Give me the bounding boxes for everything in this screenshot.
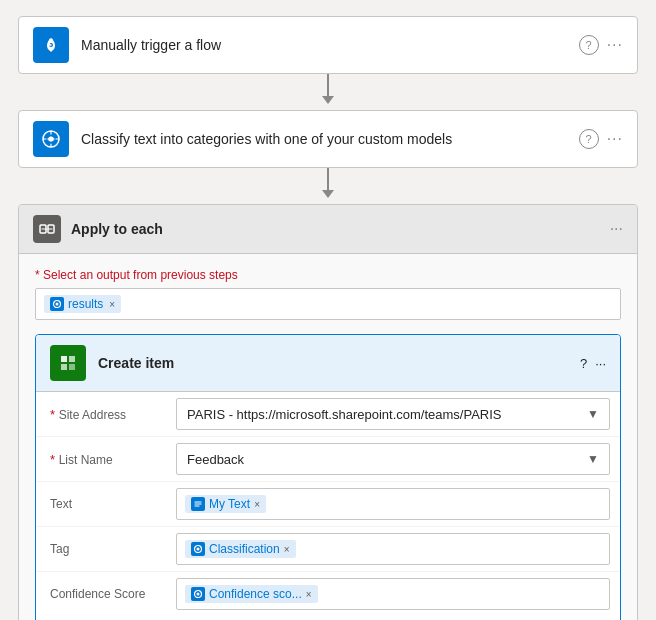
trigger-help-icon[interactable]: ? [579, 35, 599, 55]
site-address-text: PARIS - https://microsoft.sharepoint.com… [187, 407, 502, 422]
results-token-input[interactable]: results × [35, 288, 621, 320]
text-row: Text My Text × [36, 482, 620, 527]
confidence-token-text: Confidence sco... [209, 587, 302, 601]
results-token-icon [50, 297, 64, 311]
svg-point-12 [197, 548, 200, 551]
trigger-actions: ? ··· [579, 35, 623, 55]
arrow-line-1 [327, 74, 329, 96]
results-token: results × [44, 295, 121, 313]
confidence-value: Confidence sco... × [166, 572, 620, 616]
create-item-more-icon[interactable]: ··· [595, 356, 606, 371]
list-name-text: Feedback [187, 452, 244, 467]
list-name-chevron: ▼ [587, 452, 599, 466]
create-item-actions: ? ··· [580, 356, 606, 371]
trigger-more-icon[interactable]: ··· [607, 36, 623, 54]
select-output-label: * Select an output from previous steps [35, 268, 621, 282]
tag-token-icon [191, 542, 205, 556]
tag-value: Classification × [166, 527, 620, 571]
create-item-title: Create item [98, 355, 580, 371]
flow-canvas: Manually trigger a flow ? ··· Classify t… [16, 16, 640, 620]
tag-token-close[interactable]: × [284, 544, 290, 555]
text-token: My Text × [185, 495, 266, 513]
classify-help-icon[interactable]: ? [579, 129, 599, 149]
trigger-step: Manually trigger a flow ? ··· [18, 16, 638, 74]
list-name-dropdown[interactable]: Feedback ▼ [176, 443, 610, 475]
create-item-body: * Site Address PARIS - https://microsoft… [36, 392, 620, 620]
site-address-chevron: ▼ [587, 407, 599, 421]
site-address-label: * Site Address [36, 397, 166, 432]
list-name-value: Feedback ▼ [166, 437, 620, 481]
confidence-token-icon [191, 587, 205, 601]
results-token-close[interactable]: × [109, 299, 115, 310]
classify-icon [33, 121, 69, 157]
text-token-field[interactable]: My Text × [176, 488, 610, 520]
tag-token-field[interactable]: Classification × [176, 533, 610, 565]
select-output-text: Select an output from previous steps [43, 268, 238, 282]
confidence-token-field[interactable]: Confidence sco... × [176, 578, 610, 610]
trigger-title: Manually trigger a flow [81, 37, 579, 53]
apply-each-body: * Select an output from previous steps r… [19, 254, 637, 620]
svg-rect-9 [61, 364, 67, 370]
confidence-row: Confidence Score [36, 572, 620, 616]
required-star: * [35, 268, 43, 282]
text-label: Text [36, 487, 166, 521]
create-item-card: Create item ? ··· * Site Address PARIS -… [35, 334, 621, 620]
confidence-token-close[interactable]: × [306, 589, 312, 600]
tag-label: Tag [36, 532, 166, 566]
site-address-row: * Site Address PARIS - https://microsoft… [36, 392, 620, 437]
arrow-head-1 [322, 96, 334, 104]
apply-each-title: Apply to each [71, 221, 610, 237]
list-name-row: * List Name Feedback ▼ [36, 437, 620, 482]
arrow-line-2 [327, 168, 329, 190]
apply-each-header: Apply to each ··· [19, 205, 637, 254]
svg-point-14 [197, 593, 200, 596]
tag-row: Tag Classif [36, 527, 620, 572]
classify-actions: ? ··· [579, 129, 623, 149]
arrow-1 [322, 74, 334, 110]
tag-token-text: Classification [209, 542, 280, 556]
list-name-label: * List Name [36, 442, 166, 477]
svg-point-6 [56, 303, 59, 306]
svg-rect-7 [61, 356, 67, 362]
arrow-head-2 [322, 190, 334, 198]
svg-rect-8 [69, 356, 75, 362]
classify-step: Classify text into categories with one o… [18, 110, 638, 168]
site-address-dropdown[interactable]: PARIS - https://microsoft.sharepoint.com… [176, 398, 610, 430]
create-item-help-icon[interactable]: ? [580, 356, 587, 371]
text-value: My Text × [166, 482, 620, 526]
trigger-icon [33, 27, 69, 63]
svg-rect-10 [69, 364, 75, 370]
show-advanced-button[interactable]: Show advanced options ▾ [36, 616, 620, 620]
classify-title: Classify text into categories with one o… [81, 131, 579, 147]
confidence-label: Confidence Score [36, 577, 166, 611]
apply-each-container: Apply to each ··· * Select an output fro… [18, 204, 638, 620]
arrow-2 [322, 168, 334, 204]
site-address-value: PARIS - https://microsoft.sharepoint.com… [166, 392, 620, 436]
create-item-header: Create item ? ··· [36, 335, 620, 392]
text-token-text: My Text [209, 497, 250, 511]
results-token-text: results [68, 297, 103, 311]
create-item-icon [50, 345, 86, 381]
confidence-token: Confidence sco... × [185, 585, 318, 603]
text-token-icon [191, 497, 205, 511]
tag-token: Classification × [185, 540, 296, 558]
apply-each-icon [33, 215, 61, 243]
classify-more-icon[interactable]: ··· [607, 130, 623, 148]
apply-each-more-icon[interactable]: ··· [610, 220, 623, 238]
svg-point-2 [49, 137, 54, 142]
text-token-close[interactable]: × [254, 499, 260, 510]
